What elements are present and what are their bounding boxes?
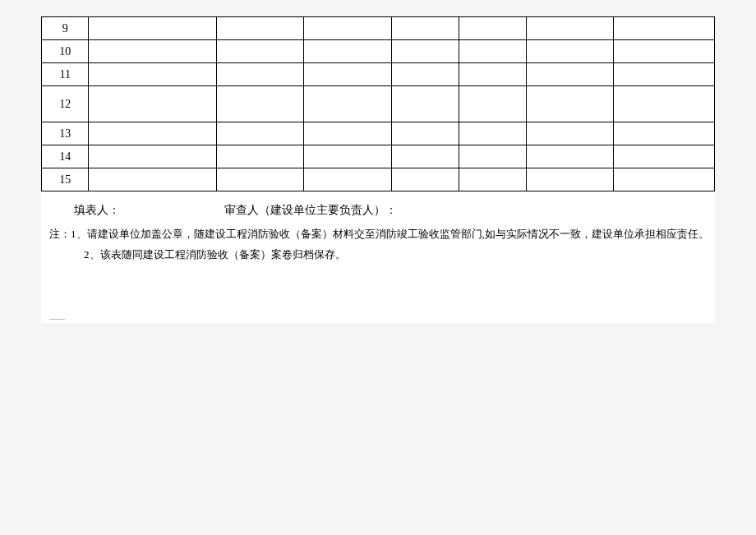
table-cell [614,122,715,145]
table-cell [216,122,303,145]
table-cell [216,40,303,63]
table-cell [459,17,526,40]
table-cell [391,63,459,86]
table-row: 12 [42,86,715,122]
row-number-cell: 12 [42,86,89,122]
row-number-cell: 9 [42,17,89,40]
table-row: 10 [42,40,715,63]
filler-label: 填表人： [74,204,120,216]
signature-line: 填表人： 审查人（建设单位主要负责人）： [74,203,715,218]
table-cell [89,63,217,86]
row-number-cell: 13 [42,122,89,145]
table-cell [614,17,715,40]
table-cell [391,17,459,40]
table-cell [89,86,217,122]
table-cell [391,168,459,191]
table-cell [459,168,526,191]
row-number-cell: 10 [42,40,89,63]
reviewer-label: 审查人（建设单位主要负责人）： [224,204,397,216]
table-cell [614,63,715,86]
table-cell [89,145,217,168]
table-cell [459,86,526,122]
table-cell [304,63,391,86]
table-cell [526,168,613,191]
notes-block: 注：1、请建设单位加盖公章，随建设工程消防验收（备案）材料交至消防竣工验收监管部… [49,224,715,265]
table-cell [526,17,613,40]
data-table: 9101112131415 [41,16,715,191]
table-cell [614,168,715,191]
table-cell [216,168,303,191]
row-number-cell: 11 [42,63,89,86]
table-cell [526,122,613,145]
row-number-cell: 14 [42,145,89,168]
document-page: 9101112131415 填表人： 审查人（建设单位主要负责人）： 注：1、请… [41,16,715,323]
table-cell [304,86,391,122]
table-cell [391,86,459,122]
table-cell [459,145,526,168]
table-cell [304,122,391,145]
note-item-2: 2、该表随同建设工程消防验收（备案）案卷归档保存。 [49,245,715,265]
table-cell [614,145,715,168]
table-cell [614,86,715,122]
table-cell [391,40,459,63]
footer-block: 填表人： 审查人（建设单位主要负责人）： 注：1、请建设单位加盖公章，随建设工程… [41,203,715,323]
table-cell [304,17,391,40]
table-cell [459,40,526,63]
row-number-cell: 15 [42,168,89,191]
table-cell [459,63,526,86]
table-cell [89,40,217,63]
table-cell [89,168,217,191]
table-cell [391,145,459,168]
notes-prefix: 注： [49,228,71,240]
table-cell [216,86,303,122]
table-cell [614,40,715,63]
table-row: 14 [42,145,715,168]
table-cell [304,168,391,191]
table-cell [304,40,391,63]
table-cell [526,40,613,63]
table-row: 13 [42,122,715,145]
table-cell [459,122,526,145]
table-cell [216,63,303,86]
page-divider: -------- [49,314,715,323]
table-cell [526,86,613,122]
table-cell [526,145,613,168]
table-row: 9 [42,17,715,40]
table-cell [216,17,303,40]
table-row: 15 [42,168,715,191]
table-cell [526,63,613,86]
table-cell [89,17,217,40]
note-item-1: 1、请建设单位加盖公章，随建设工程消防验收（备案）材料交至消防竣工验收监管部门,… [71,228,709,240]
table-cell [304,145,391,168]
table-row: 11 [42,63,715,86]
table-cell [391,122,459,145]
table-cell [216,145,303,168]
table-cell [89,122,217,145]
